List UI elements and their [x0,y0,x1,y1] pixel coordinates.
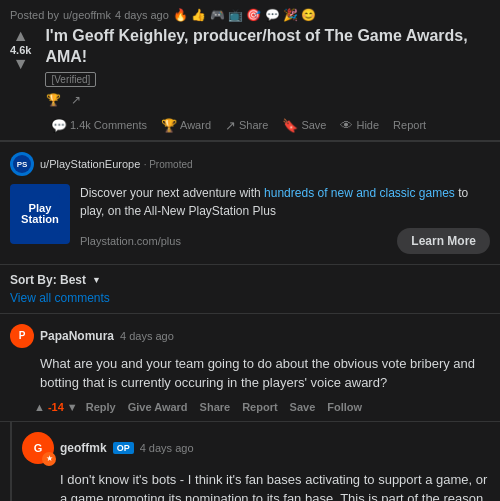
award-action[interactable]: 🏆 Award [156,115,216,136]
comment-geoffmk: G ★ geoffmk OP 4 days ago I don't know i… [10,422,500,501]
share-action[interactable]: ↗ Share [220,115,273,136]
comment-papanomura: P PapaNomura 4 days ago What are you and… [0,314,500,422]
save-action[interactable]: 🔖 Save [277,115,331,136]
verified-badge: [Verified] [45,72,96,87]
ad-logo: Play Station [10,184,70,244]
comment-body-papanomura: What are you and your team going to do a… [40,354,490,393]
geoff-avatar-wrapper: G ★ [22,432,54,464]
save-icon: 🔖 [282,118,298,133]
comment-author-geoffmk[interactable]: geoffmk [60,441,107,455]
post-emojis: 🔥 👍 🎮 📺 🎯 💬 🎉 😊 [173,8,316,22]
report-label: Report [393,119,426,131]
vote-row-papanomura: ▲ -14 ▼ [34,401,78,413]
ad-description: Discover your next adventure with hundre… [80,184,490,220]
award-icon: 🏆 [161,118,177,133]
give-award-button-papanomura[interactable]: Give Award [124,399,192,415]
learn-more-button[interactable]: Learn More [397,228,490,254]
comments-label: 1.4k Comments [70,119,147,131]
upvote-papanomura[interactable]: ▲ [34,401,45,413]
post-author-label: Posted by [10,9,59,21]
ad-text-area: Discover your next adventure with hundre… [80,184,490,254]
ad-content: Play Station Discover your next adventur… [10,184,490,254]
save-label: Save [301,119,326,131]
sort-by-control[interactable]: Sort By: Best ▼ [10,273,101,287]
post-container: Posted by u/geoffmk 4 days ago 🔥 👍 🎮 📺 🎯… [0,0,500,501]
follow-button-papanomura[interactable]: Follow [323,399,366,415]
save-button-papanomura[interactable]: Save [286,399,320,415]
svg-text:Station: Station [21,212,59,224]
geoff-avatar-badge: ★ [42,452,56,466]
post-time: 4 days ago [115,9,169,21]
vote-count-papanomura: -14 [48,401,64,413]
ad-headline-highlight: hundreds of new and classic games [264,186,455,200]
report-button-papanomura[interactable]: Report [238,399,281,415]
view-all-comments[interactable]: View all comments [10,291,490,305]
award-label: Award [180,119,211,131]
hide-icon: 👁 [340,118,353,133]
sponsor-name[interactable]: u/PlayStationEurope [40,158,140,170]
award-icons: 🏆 ↗ [46,93,81,107]
downvote-icon[interactable]: ▼ [13,56,29,72]
share-icon: ↗ [225,118,236,133]
sponsor-avatar: PS [10,152,34,176]
svg-text:PS: PS [17,160,28,169]
post-meta: Posted by u/geoffmk 4 days ago 🔥 👍 🎮 📺 🎯… [10,8,490,22]
sponsor-promoted: · Promoted [144,159,193,170]
ad-footer: Playstation.com/plus Learn More [80,228,490,254]
ad-sponsor: PS u/PlayStationEurope · Promoted [10,152,490,176]
comments-controls: Sort By: Best ▼ View all comments [0,265,500,314]
comment-actions-papanomura: ▲ -14 ▼ Reply Give Award Share Report Sa… [34,399,490,415]
post-actions: 💬 1.4k Comments 🏆 Award ↗ Share 🔖 Save 👁… [46,115,490,136]
ad-url: Playstation.com/plus [80,235,181,247]
svg-text:Play: Play [28,202,52,214]
post-author[interactable]: u/geoffmk [63,9,111,21]
ad-headline-before: Discover your next adventure with [80,186,264,200]
sort-label: Sort By: Best [10,273,86,287]
comments-icon: 💬 [51,118,67,133]
share-label: Share [239,119,268,131]
share-button-papanomura[interactable]: Share [196,399,235,415]
post-header: Posted by u/geoffmk 4 days ago 🔥 👍 🎮 📺 🎯… [0,0,500,141]
vote-area: ▲ 4.6k ▼ [10,28,31,72]
ad-section: PS u/PlayStationEurope · Promoted Play S… [0,141,500,265]
comment-time-geoffmk: 4 days ago [140,442,194,454]
comment-header-papanomura: P PapaNomura 4 days ago [10,324,490,348]
hide-action[interactable]: 👁 Hide [335,115,384,136]
downvote-papanomura[interactable]: ▼ [67,401,78,413]
comment-header-geoffmk: G ★ geoffmk OP 4 days ago [22,432,490,464]
comments-action[interactable]: 💬 1.4k Comments [46,115,152,136]
sponsor-info: u/PlayStationEurope · Promoted [40,157,193,171]
reply-button-papanomura[interactable]: Reply [82,399,120,415]
op-badge: OP [113,442,134,454]
comment-author-papanomura[interactable]: PapaNomura [40,329,114,343]
comment-body-geoffmk: I don't know it's bots - I think it's fa… [60,470,490,501]
upvote-icon[interactable]: ▲ [13,28,29,44]
post-title: I'm Geoff Keighley, producer/host of The… [45,26,490,68]
hide-label: Hide [356,119,379,131]
sort-chevron-icon: ▼ [92,275,101,285]
comment-avatar-papanomura: P [10,324,34,348]
comment-time-papanomura: 4 days ago [120,330,174,342]
report-action[interactable]: Report [388,116,431,134]
